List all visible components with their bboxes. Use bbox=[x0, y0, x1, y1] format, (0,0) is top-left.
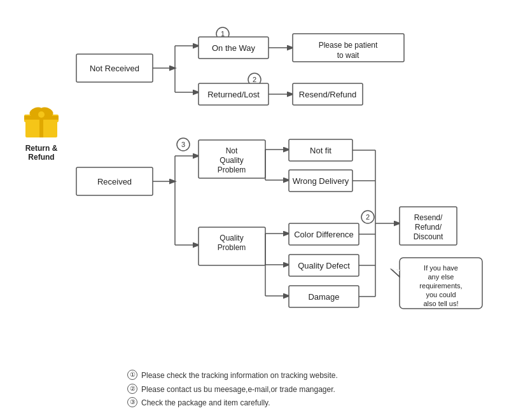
note-text-3: Check the package and item carefully. bbox=[141, 396, 270, 410]
svg-text:Received: Received bbox=[97, 177, 132, 186]
svg-text:Not fit: Not fit bbox=[310, 146, 331, 155]
svg-text:Quality: Quality bbox=[220, 156, 243, 165]
icon-label: Return & Refund bbox=[13, 144, 70, 162]
svg-text:Damage: Damage bbox=[308, 292, 339, 302]
diagram-svg: Not Received 1 On the Way Please be pati… bbox=[70, 10, 496, 353]
svg-text:2: 2 bbox=[366, 213, 370, 221]
footer-note-3: ③ Check the package and item carefully. bbox=[127, 396, 338, 410]
page-container: Return & Refund Not Received 1 bbox=[0, 0, 509, 420]
gift-icon bbox=[22, 102, 60, 140]
svg-text:to wait: to wait bbox=[337, 51, 359, 60]
svg-text:Quality: Quality bbox=[220, 234, 243, 242]
svg-text:3: 3 bbox=[181, 141, 185, 148]
svg-text:Discount: Discount bbox=[414, 232, 443, 241]
svg-text:Please be patient: Please be patient bbox=[319, 41, 378, 50]
svg-text:If you have: If you have bbox=[424, 264, 458, 272]
note-text-1: Please check the tracking information on… bbox=[141, 369, 338, 383]
svg-text:Not: Not bbox=[226, 146, 238, 155]
svg-text:Resend/Refund: Resend/Refund bbox=[299, 90, 356, 99]
svg-text:requirements,: requirements, bbox=[419, 282, 462, 290]
svg-text:2: 2 bbox=[253, 76, 256, 83]
svg-text:Refund/: Refund/ bbox=[415, 223, 442, 232]
note-icon-1: ① bbox=[127, 370, 137, 380]
svg-text:On the Way: On the Way bbox=[212, 43, 256, 53]
note-text-2: Please contact us bu meesage,e-mail,or t… bbox=[141, 383, 335, 397]
diagram-area: Not Received 1 On the Way Please be pati… bbox=[70, 10, 496, 353]
not-received-label: Not Received bbox=[90, 64, 139, 73]
svg-text:also tell us!: also tell us! bbox=[423, 300, 458, 307]
svg-text:Quality Defect: Quality Defect bbox=[298, 261, 350, 270]
svg-text:you could: you could bbox=[426, 291, 456, 298]
svg-text:1: 1 bbox=[221, 30, 225, 38]
svg-point-6 bbox=[38, 111, 45, 118]
svg-text:Returned/Lost: Returned/Lost bbox=[207, 90, 260, 99]
svg-text:Color Difference: Color Difference bbox=[294, 230, 354, 239]
footer-notes: ① Please check the tracking information … bbox=[127, 369, 338, 410]
left-icon-area: Return & Refund bbox=[13, 102, 70, 162]
svg-text:Resend/: Resend/ bbox=[414, 213, 443, 222]
note-icon-2: ② bbox=[127, 384, 137, 394]
svg-text:Problem: Problem bbox=[218, 243, 246, 252]
note-icon-3: ③ bbox=[127, 397, 137, 407]
svg-text:Problem: Problem bbox=[218, 165, 246, 174]
footer-note-2: ② Please contact us bu meesage,e-mail,or… bbox=[127, 383, 338, 397]
svg-text:Wrong Delivery: Wrong Delivery bbox=[293, 176, 349, 186]
footer-note-1: ① Please check the tracking information … bbox=[127, 369, 338, 383]
svg-text:any else: any else bbox=[428, 273, 454, 281]
